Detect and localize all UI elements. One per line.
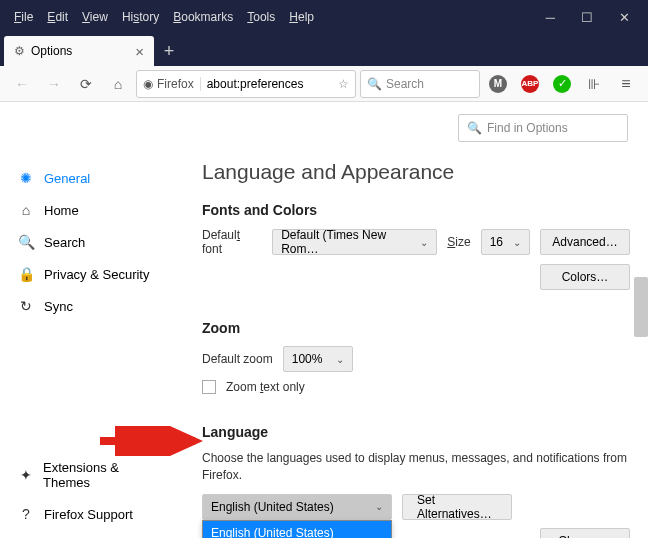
menu-tools[interactable]: Tools bbox=[241, 7, 281, 27]
sidebar: ✺ General ⌂ Home 🔍 Search 🔒 Privacy & Se… bbox=[0, 102, 180, 538]
dropdown-option-en-us[interactable]: English (United States) bbox=[203, 521, 391, 538]
home-button[interactable]: ⌂ bbox=[104, 70, 132, 98]
identity-box[interactable]: ◉ Firefox bbox=[143, 77, 201, 91]
zoom-text-only-label: Zoom text only bbox=[226, 380, 305, 394]
lock-icon: 🔒 bbox=[18, 266, 34, 282]
colors-button[interactable]: Colors… bbox=[540, 264, 630, 290]
default-zoom-select[interactable]: 100% ⌄ bbox=[283, 346, 353, 372]
badge-m[interactable]: M bbox=[484, 70, 512, 98]
forward-button[interactable]: → bbox=[40, 70, 68, 98]
url-text: about:preferences bbox=[207, 77, 304, 91]
tab-options[interactable]: ⚙ Options × bbox=[4, 36, 154, 66]
back-button[interactable]: ← bbox=[8, 70, 36, 98]
bookmark-star-icon[interactable]: ☆ bbox=[338, 77, 349, 91]
chevron-down-icon: ⌄ bbox=[375, 501, 383, 512]
default-font-select[interactable]: Default (Times New Rom… ⌄ bbox=[272, 229, 437, 255]
search-bar[interactable]: 🔍 Search bbox=[360, 70, 480, 98]
sidebar-item-support[interactable]: ? Firefox Support bbox=[0, 498, 180, 530]
language-dropdown: English (United States) Romanian Search … bbox=[202, 520, 392, 538]
main-content: 🔍 Find in Options Language and Appearanc… bbox=[180, 102, 648, 538]
language-desc: Choose the languages used to display men… bbox=[202, 450, 630, 484]
new-tab-button[interactable]: + bbox=[154, 36, 184, 66]
menu-bookmarks[interactable]: Bookmarks bbox=[167, 7, 239, 27]
question-icon: ? bbox=[18, 506, 34, 522]
scrollbar-thumb[interactable] bbox=[634, 277, 648, 337]
library-button[interactable]: ⊪ bbox=[580, 70, 608, 98]
tab-bar: ⚙ Options × + bbox=[0, 34, 648, 66]
choose-button[interactable]: Choose… bbox=[540, 528, 630, 538]
font-size-select[interactable]: 16 ⌄ bbox=[481, 229, 530, 255]
sync-icon: ↻ bbox=[18, 298, 34, 314]
zoom-heading: Zoom bbox=[202, 320, 630, 336]
menu-view[interactable]: View bbox=[76, 7, 114, 27]
firefox-icon: ◉ bbox=[143, 77, 153, 91]
search-icon: 🔍 bbox=[367, 77, 382, 91]
annotation-arrow bbox=[100, 426, 210, 456]
minimize-button[interactable]: ─ bbox=[546, 10, 555, 25]
chevron-down-icon: ⌄ bbox=[513, 237, 521, 248]
reload-button[interactable]: ⟳ bbox=[72, 70, 100, 98]
menu-file[interactable]: File bbox=[8, 7, 39, 27]
fonts-heading: Fonts and Colors bbox=[202, 202, 630, 218]
sidebar-item-extensions[interactable]: ✦ Extensions & Themes bbox=[0, 452, 180, 498]
puzzle-icon: ✦ bbox=[18, 467, 33, 483]
chevron-down-icon: ⌄ bbox=[420, 237, 428, 248]
chevron-down-icon: ⌄ bbox=[336, 354, 344, 365]
sidebar-item-home[interactable]: ⌂ Home bbox=[0, 194, 180, 226]
search-icon: 🔍 bbox=[18, 234, 34, 250]
badge-abp[interactable]: ABP bbox=[516, 70, 544, 98]
set-alternatives-button[interactable]: Set Alternatives… bbox=[402, 494, 512, 520]
gear-icon: ⚙ bbox=[14, 44, 25, 58]
zoom-text-only-checkbox[interactable] bbox=[202, 380, 216, 394]
app-menu-button[interactable]: ≡ bbox=[612, 70, 640, 98]
language-select[interactable]: English (United States) ⌄ bbox=[202, 494, 392, 520]
page-title: Language and Appearance bbox=[202, 160, 630, 184]
advanced-button[interactable]: Advanced… bbox=[540, 229, 630, 255]
sidebar-item-privacy[interactable]: 🔒 Privacy & Security bbox=[0, 258, 180, 290]
sidebar-item-sync[interactable]: ↻ Sync bbox=[0, 290, 180, 322]
sidebar-item-general[interactable]: ✺ General bbox=[0, 162, 180, 194]
address-bar[interactable]: ◉ Firefox about:preferences ☆ bbox=[136, 70, 356, 98]
tab-title: Options bbox=[31, 44, 72, 58]
badge-check[interactable]: ✓ bbox=[548, 70, 576, 98]
sidebar-item-search[interactable]: 🔍 Search bbox=[0, 226, 180, 258]
default-zoom-label: Default zoom bbox=[202, 352, 273, 366]
menu-history[interactable]: History bbox=[116, 7, 165, 27]
language-heading: Language bbox=[202, 424, 630, 440]
menu-help[interactable]: Help bbox=[283, 7, 320, 27]
find-in-options[interactable]: 🔍 Find in Options bbox=[458, 114, 628, 142]
tab-close-icon[interactable]: × bbox=[135, 43, 144, 60]
close-window-button[interactable]: ✕ bbox=[619, 10, 630, 25]
home-icon: ⌂ bbox=[18, 202, 34, 218]
toolbar: ← → ⟳ ⌂ ◉ Firefox about:preferences ☆ 🔍 … bbox=[0, 66, 648, 102]
maximize-button[interactable]: ☐ bbox=[581, 10, 593, 25]
size-label: Size bbox=[447, 235, 470, 249]
gear-icon: ✺ bbox=[18, 170, 34, 186]
search-icon: 🔍 bbox=[467, 121, 482, 135]
menubar: File Edit View History Bookmarks Tools H… bbox=[0, 0, 648, 34]
default-font-label: Default font bbox=[202, 228, 262, 256]
menu-edit[interactable]: Edit bbox=[41, 7, 74, 27]
